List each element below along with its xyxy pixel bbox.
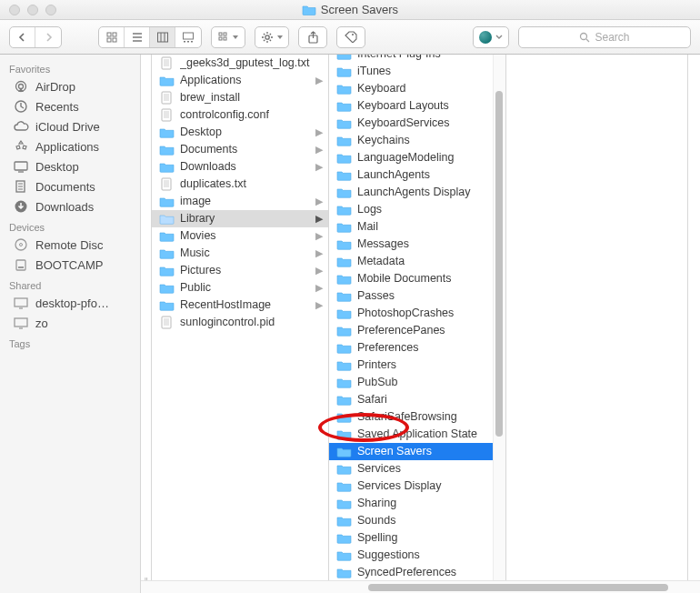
list-item[interactable]: Saved Application State▶ [329,426,505,443]
list-item[interactable]: Logs▶ [329,201,505,218]
list-item[interactable]: Keychains▶ [329,132,505,149]
list-item[interactable]: Internet Plug-Ins▶ [329,55,505,63]
minimize-window-dot[interactable] [27,5,38,15]
chevron-down-icon [495,35,503,40]
list-item[interactable]: Safari▶ [329,391,505,408]
view-icons-button[interactable] [99,27,125,47]
item-label: Printers [357,357,487,373]
tags-button[interactable] [336,26,365,48]
folder-icon [159,247,175,259]
sidebar-item-bootcamp[interactable]: BOOTCAMP [0,255,140,275]
list-item[interactable]: Movies▶ [152,227,328,245]
list-item[interactable]: Preferences▶ [329,339,505,357]
sidebar-item-zo[interactable]: zo [0,313,140,333]
action-button[interactable] [255,26,289,48]
list-item[interactable]: Music▶ [152,245,328,262]
folder-icon [302,4,316,15]
list-item[interactable]: Screen Savers▶ [329,443,505,460]
list-item[interactable]: Applications▶ [152,72,328,89]
item-label: Passes [357,288,487,304]
list-item[interactable]: Services Display▶ [329,477,505,495]
folder-icon [159,75,175,86]
back-button[interactable] [10,27,35,47]
sidebar-item-remote-disc[interactable]: Remote Disc [0,235,140,255]
sidebar-item-documents[interactable]: Documents [0,176,140,196]
list-item[interactable]: LanguageModeling▶ [329,149,505,166]
sidebar-item-airdrop[interactable]: AirDrop [0,76,140,96]
list-item[interactable]: RecentHostImage▶ [152,296,328,314]
list-item[interactable]: SafariSafeBrowsing▶ [329,408,505,426]
list-item[interactable]: Services▶ [329,460,505,477]
column-2-scrollbar[interactable] [493,55,505,580]
svg-rect-0 [107,33,111,36]
list-item[interactable]: Mobile Documents▶ [329,270,505,287]
list-item[interactable]: Mail▶ [329,218,505,236]
list-item[interactable]: iTunes▶ [329,63,505,80]
arrange-button[interactable] [211,26,245,48]
list-item[interactable]: Spelling▶ [329,529,505,547]
dropbox-status-button[interactable] [473,26,509,48]
column-1[interactable]: _geeks3d_gputest_log.txtApplications▶bre… [152,55,329,593]
list-item[interactable]: sunlogincontrol.pid [152,314,328,331]
folder-icon [159,213,175,225]
column-2[interactable]: Internet Plug-Ins▶iTunes▶Keyboard▶Keyboa… [329,55,506,593]
close-window-dot[interactable] [9,5,20,15]
share-button[interactable] [298,26,327,48]
list-item[interactable]: PreferencePanes▶ [329,322,505,339]
list-item[interactable]: Public▶ [152,279,328,296]
list-item[interactable]: Passes▶ [329,287,505,305]
sidebar-item-applications[interactable]: Applications [0,136,140,156]
item-label: Downloads [180,159,310,175]
column-prev-edge[interactable]: ‖ [141,55,152,593]
sidebar-item-downloads[interactable]: Downloads [0,196,140,216]
view-list-button[interactable] [125,27,150,47]
folder-icon [336,498,352,509]
list-item[interactable]: Desktop▶ [152,124,328,141]
list-item[interactable]: LaunchAgents▶ [329,166,505,184]
list-item[interactable]: image▶ [152,193,328,210]
svg-rect-4 [157,33,167,42]
list-item[interactable]: Documents▶ [152,141,328,158]
list-item[interactable]: Keyboard▶ [329,80,505,97]
forward-button[interactable] [35,27,61,47]
list-item[interactable]: LaunchAgents Display▶ [329,184,505,201]
sidebar-item-desktop[interactable]: Desktop [0,156,140,176]
list-item[interactable]: PhotoshopCrashes▶ [329,305,505,322]
list-item[interactable]: Metadata▶ [329,253,505,270]
view-gallery-button[interactable] [175,27,201,47]
sidebar-item-recents[interactable]: Recents [0,96,140,116]
window-body: Favorites AirDropRecentsiCloud DriveAppl… [0,55,700,593]
list-item[interactable]: PubSub▶ [329,374,505,391]
list-item[interactable]: _geeks3d_gputest_log.txt [152,55,328,72]
chevron-right-icon: ▶ [315,246,323,261]
list-item[interactable]: Pictures▶ [152,262,328,279]
view-columns-button[interactable] [150,27,175,47]
list-item[interactable]: Downloads▶ [152,158,328,176]
list-item[interactable]: controlconfig.conf [152,106,328,124]
zoom-window-dot[interactable] [45,5,56,15]
item-label: Spelling [357,530,487,546]
list-item[interactable]: Printers▶ [329,357,505,374]
item-label: duplicates.txt [180,176,323,192]
list-item[interactable]: Suggestions▶ [329,547,505,564]
folder-icon [336,359,352,371]
icloud-icon [13,119,29,134]
list-item[interactable]: duplicates.txt [152,176,328,193]
sidebar-item-icloud-drive[interactable]: iCloud Drive [0,116,140,136]
sidebar-item-label: BOOTCAMP [35,258,103,272]
folder-icon [336,117,352,129]
folder-icon [159,196,175,207]
folder-icon [336,204,352,216]
list-item[interactable]: Sharing▶ [329,495,505,512]
svg-rect-11 [219,37,222,40]
search-field[interactable]: Search [518,26,691,48]
list-item[interactable]: Messages▶ [329,236,505,253]
list-item[interactable]: KeyboardServices▶ [329,115,505,132]
list-item[interactable]: Sounds▶ [329,512,505,529]
column-3[interactable] [506,55,688,593]
list-item[interactable]: Library▶ [152,210,328,227]
horizontal-scrollbar[interactable] [141,580,700,593]
list-item[interactable]: Keyboard Layouts▶ [329,97,505,115]
list-item[interactable]: brew_install [152,89,328,106]
sidebar-item-desktop-pfo-[interactable]: desktop-pfo… [0,293,140,313]
